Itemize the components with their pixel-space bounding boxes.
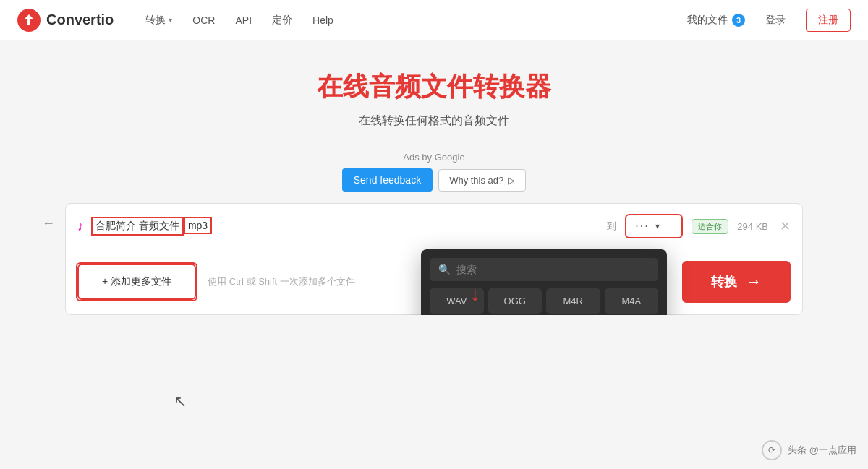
file-size: 294 KB	[737, 221, 768, 232]
to-label: 到	[607, 220, 616, 233]
format-grid: WAVOGGM4RM4AFLACWMAOPUSAACAIFFCDDAAMR8SV…	[430, 288, 658, 315]
recommended-badge: 适合你	[692, 219, 728, 234]
ad-buttons: Send feedback Why this ad? ▷	[14, 168, 854, 192]
convert-arrow-icon: →	[746, 272, 762, 291]
file-row-wrapper: ♪ 合肥简介 音频文件mp3 到 ··· ▾ 适合你 294 KB ✕ 🔍 ↓	[65, 203, 803, 249]
format-chevron-icon: ▾	[655, 221, 660, 231]
search-icon: 🔍	[438, 264, 451, 275]
nav-pricing[interactable]: 定价	[263, 9, 301, 31]
format-option-m4a[interactable]: M4A	[605, 288, 659, 314]
search-input[interactable]	[456, 264, 650, 275]
files-badge: 3	[732, 14, 745, 27]
main-nav: 转换 ▾ OCR API 定价 Help	[137, 9, 342, 31]
nav-convert[interactable]: 转换 ▾	[137, 9, 181, 31]
my-files-link[interactable]: 我的文件 3	[687, 14, 745, 27]
hero-section: 在线音频文件转换器 在线转换任何格式的音频文件	[0, 40, 868, 146]
send-feedback-button[interactable]: Send feedback	[342, 168, 433, 192]
header-right: 我的文件 3 登录 注册	[687, 9, 851, 32]
hero-title: 在线音频文件转换器	[14, 69, 854, 105]
convert-button[interactable]: 转换 →	[682, 261, 791, 303]
why-this-ad-button[interactable]: Why this ad? ▷	[438, 169, 526, 192]
hero-subtitle: 在线转换任何格式的音频文件	[14, 113, 854, 129]
add-more-button[interactable]: + 添加更多文件	[77, 264, 196, 300]
convertio-logo-icon	[17, 9, 41, 32]
chevron-down-icon: ▾	[169, 16, 172, 24]
login-button[interactable]: 登录	[757, 9, 794, 31]
format-option-ogg[interactable]: OGG	[488, 288, 542, 314]
remove-file-button[interactable]: ✕	[780, 218, 791, 234]
logo[interactable]: Convertio	[17, 9, 114, 32]
format-dropdown: 🔍 ↓ WAVOGGM4RM4AFLACWMAOPUSAACAIFFCDDAAM…	[421, 249, 667, 315]
format-selector[interactable]: ··· ▾	[625, 214, 683, 238]
file-ext-badge: mp3	[184, 217, 212, 234]
register-button[interactable]: 注册	[806, 9, 851, 32]
file-row: ♪ 合肥简介 音频文件mp3 到 ··· ▾ 适合你 294 KB ✕	[65, 203, 803, 249]
search-box: 🔍	[430, 258, 658, 281]
file-name: 合肥简介 音频文件mp3	[91, 217, 598, 236]
nav-help[interactable]: Help	[304, 10, 342, 30]
logo-text: Convertio	[46, 12, 114, 28]
header: Convertio 转换 ▾ OCR API 定价 Help 我的文件 3 登录…	[0, 0, 868, 40]
ad-section: Ads by Google Send feedback Why this ad?…	[0, 146, 868, 203]
format-dots: ···	[635, 220, 649, 233]
ads-label: Ads by Google	[14, 152, 854, 163]
back-button[interactable]: ←	[36, 213, 61, 234]
nav-api[interactable]: API	[226, 10, 260, 30]
add-more-wrapper: + 添加更多文件	[77, 264, 196, 300]
music-icon: ♪	[77, 219, 84, 234]
nav-ocr[interactable]: OCR	[184, 10, 224, 30]
format-option-m4r[interactable]: M4R	[546, 288, 600, 314]
converter-area: ← ♪ 合肥简介 音频文件mp3 到 ··· ▾ 适合你 294 KB ✕ 🔍	[36, 203, 832, 315]
file-name-text: 合肥简介 音频文件	[91, 217, 184, 236]
info-icon: ▷	[508, 175, 515, 186]
down-arrow-icon: ↓	[470, 283, 480, 306]
